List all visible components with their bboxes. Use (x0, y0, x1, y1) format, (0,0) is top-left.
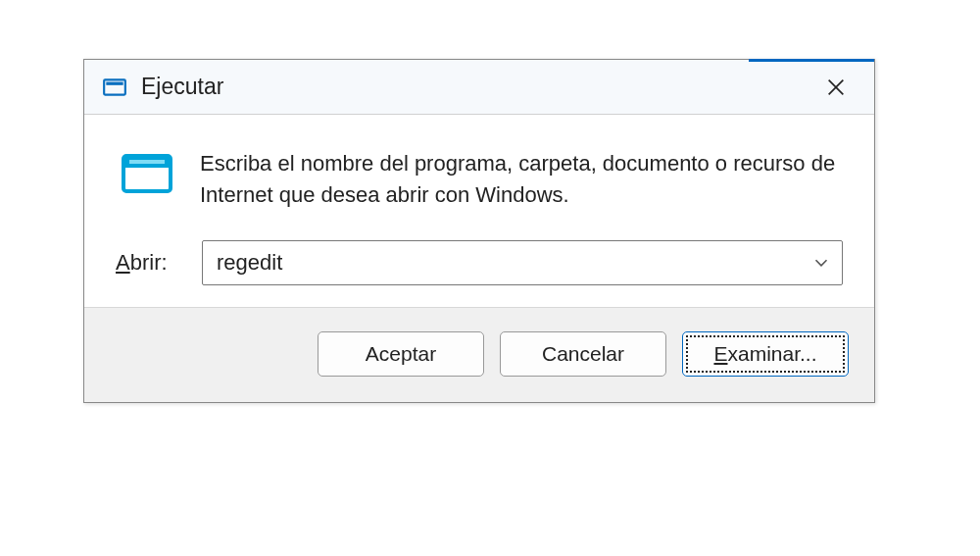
run-title-icon (102, 75, 127, 100)
close-icon (825, 76, 847, 98)
chevron-down-icon[interactable] (810, 252, 832, 274)
open-label: Abrir: (116, 250, 182, 276)
instruction-text: Escriba el nombre del programa, carpeta,… (200, 146, 843, 211)
run-icon (120, 146, 174, 201)
open-input-row: Abrir: (116, 240, 843, 285)
titlebar-accent (749, 59, 874, 62)
svg-rect-1 (106, 81, 122, 84)
browse-button[interactable]: Examinar... (682, 331, 849, 377)
run-dialog: Ejecutar Escriba el nombre del programa,… (83, 59, 875, 403)
open-combobox[interactable] (202, 240, 843, 285)
cancel-button[interactable]: Cancelar (500, 331, 666, 377)
open-input[interactable] (217, 250, 810, 276)
dialog-title: Ejecutar (141, 74, 802, 100)
svg-rect-6 (129, 160, 165, 164)
dialog-footer: Aceptar Cancelar Examinar... (84, 307, 874, 402)
instruction-row: Escriba el nombre del programa, carpeta,… (116, 146, 843, 211)
dialog-body: Escriba el nombre del programa, carpeta,… (84, 115, 874, 307)
close-button[interactable] (802, 60, 870, 115)
accept-button[interactable]: Aceptar (318, 331, 484, 377)
titlebar: Ejecutar (84, 60, 874, 115)
